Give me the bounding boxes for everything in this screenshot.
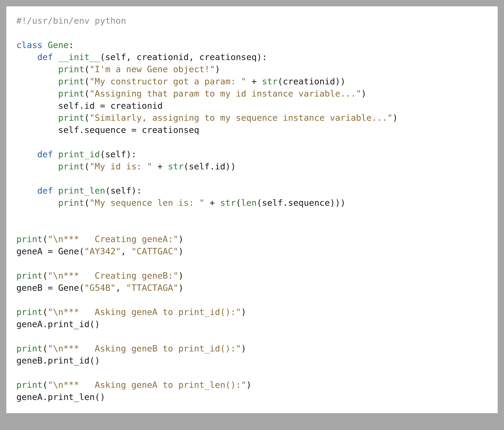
builtin-print: print (16, 307, 43, 317)
paren-open: ( (84, 76, 90, 86)
paren-close: ) (335, 198, 340, 208)
string-literal: "Assigning that param to my id instance … (90, 88, 361, 98)
indent (16, 185, 37, 196)
string-literal: "Similarly, assigning to my sequence ins… (90, 113, 393, 123)
paren-close: ) (225, 161, 230, 171)
arg: self.id (189, 161, 225, 171)
indent (16, 113, 58, 123)
class-call: Gene (58, 246, 79, 256)
string-literal: "\n*** Asking geneA to print_len():" (48, 380, 246, 390)
builtin-print: print (16, 234, 43, 244)
paren-close: ) (178, 234, 184, 244)
string-literal: "\n*** Asking geneB to print_id():" (48, 343, 241, 353)
method-call: geneA.print_len() (16, 392, 105, 402)
builtin-print: print (58, 113, 84, 123)
string-literal: "I'm a new Gene object!" (90, 64, 215, 74)
params: (self): (100, 149, 136, 159)
var-name: geneA (16, 246, 43, 256)
var-name: geneB (16, 283, 43, 293)
paren-close: ) (335, 76, 340, 86)
paren-open: ( (79, 246, 84, 256)
ctor-name: __init__ (58, 52, 100, 62)
indent (16, 52, 37, 62)
method-name: print_id (58, 149, 100, 159)
op-plus: + (246, 76, 262, 86)
comma: , (116, 283, 126, 293)
builtin-print: print (58, 161, 84, 171)
assign-eq: = (95, 101, 110, 111)
paren-open: ( (184, 161, 189, 171)
paren-open: ( (43, 234, 48, 244)
builtin-print: print (16, 380, 43, 390)
indent (16, 125, 58, 135)
string-literal: "CATTGAC" (131, 246, 178, 256)
params: (self): (105, 185, 142, 196)
paren-close: ) (231, 161, 236, 171)
builtin-print: print (58, 198, 84, 208)
string-literal: "\n*** Creating geneA:" (48, 234, 178, 244)
paren-open: ( (257, 198, 262, 208)
method-name: print_len (58, 185, 105, 196)
paren-open: ( (43, 343, 48, 353)
op-plus: + (204, 198, 220, 208)
colon: : (69, 40, 74, 50)
string-literal: "\n*** Asking geneA to print_id():" (48, 307, 241, 317)
keyword-def: def (37, 52, 53, 62)
indent (16, 101, 58, 111)
paren-open: ( (79, 283, 84, 293)
paren-close: ) (340, 76, 345, 86)
paren-close: ) (215, 64, 220, 74)
method-call: geneA.print_id() (16, 319, 100, 329)
paren-open: ( (84, 161, 90, 171)
assign-lhs: self.id (58, 101, 95, 111)
paren-close: ) (330, 198, 335, 208)
paren-open: ( (84, 198, 90, 208)
code-block: #!/usr/bin/env python class Gene: def __… (3, 3, 501, 416)
paren-close: ) (241, 307, 246, 317)
paren-close: ) (178, 283, 184, 293)
builtin-len: len (241, 198, 257, 208)
paren-close: ) (246, 380, 252, 390)
comma: , (121, 246, 131, 256)
string-literal: "AY342" (84, 246, 121, 256)
assign-eq: = (43, 246, 58, 256)
paren-open: ( (84, 113, 90, 123)
indent (16, 76, 58, 86)
builtin-str: str (262, 76, 278, 86)
paren-open: ( (43, 380, 48, 390)
assign-rhs: creationid (110, 101, 163, 111)
method-call: geneB.print_id() (16, 355, 100, 366)
indent (16, 161, 58, 171)
paren-close: ) (340, 198, 345, 208)
builtin-str: str (168, 161, 184, 171)
builtin-str: str (220, 198, 236, 208)
paren-open: ( (236, 198, 241, 208)
paren-open: ( (84, 88, 90, 98)
keyword-class: class (16, 40, 43, 50)
indent (16, 198, 58, 208)
builtin-print: print (58, 76, 84, 86)
class-name: Gene (48, 40, 69, 50)
paren-open: ( (43, 271, 48, 281)
paren-close: ) (393, 113, 398, 123)
builtin-print: print (16, 343, 43, 353)
builtin-print: print (58, 88, 84, 98)
assign-rhs: creationseq (142, 125, 199, 135)
class-call: Gene (58, 283, 79, 293)
string-literal: "My sequence len is: " (90, 198, 204, 208)
paren-close: ) (241, 343, 246, 353)
builtin-print: print (58, 64, 84, 74)
indent (16, 149, 37, 159)
paren-close: ) (178, 271, 184, 281)
builtin-print: print (16, 271, 43, 281)
indent (16, 64, 58, 74)
keyword-def: def (37, 149, 53, 159)
params: (self, creationid, creationseq): (100, 52, 267, 62)
indent (16, 88, 58, 98)
string-literal: "My constructor got a param: " (90, 76, 246, 86)
string-literal: "My id is: " (90, 161, 152, 171)
assign-lhs: self.sequence (58, 125, 126, 135)
keyword-def: def (37, 185, 53, 196)
string-literal: "G54B" (84, 283, 116, 293)
paren-open: ( (278, 76, 283, 86)
